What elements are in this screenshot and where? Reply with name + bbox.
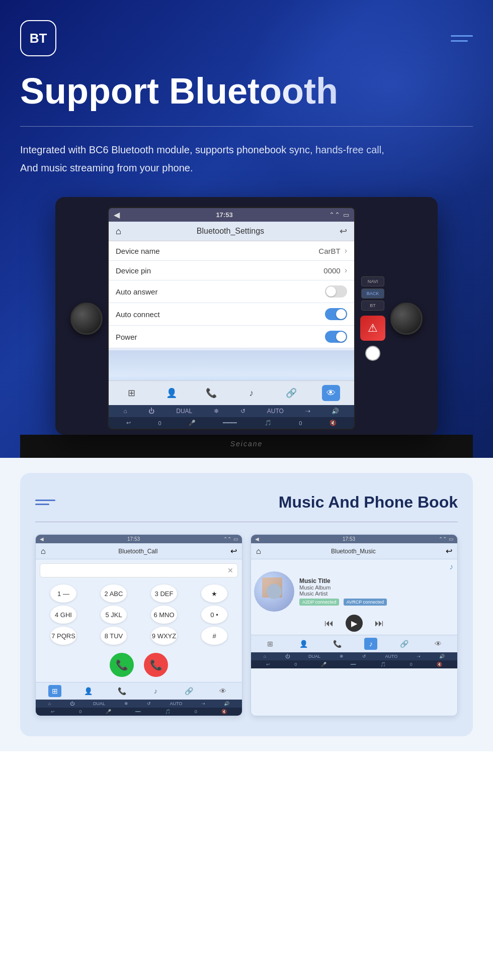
home-icon[interactable]: ⌂ (116, 226, 121, 237)
music-btn-music[interactable]: ♪ (364, 638, 377, 650)
music-note-area: ♪ (251, 559, 457, 571)
link-nav-btn[interactable]: 🔗 (282, 385, 300, 401)
eye-nav-btn[interactable]: 👁 (322, 385, 340, 401)
bt-button-hw[interactable]: BT (361, 301, 385, 311)
home-climate-icon[interactable]: ⌂ (123, 408, 127, 415)
key-8[interactable]: 8 TUV (101, 627, 127, 645)
airflow-icon[interactable]: ⇢ (305, 408, 310, 415)
user-btn-call[interactable]: 👤 (82, 685, 95, 697)
album-name: Music Album (299, 584, 454, 591)
bottom-nav: ⊞ 👤 📞 ♪ 🔗 👁 (109, 380, 354, 405)
right-knob[interactable] (390, 303, 423, 335)
back-button[interactable]: ↩ (340, 226, 347, 237)
alert-button[interactable]: ⚠ (360, 316, 385, 341)
car-unit: ◀ 17:53 ⌃⌃ ▭ ⌂ Bluetooth_Settings ↩ (55, 197, 438, 435)
user-btn-music[interactable]: 👤 (297, 638, 310, 650)
key-0[interactable]: 0 • (201, 606, 227, 624)
music-nav-btn[interactable]: ♪ (242, 385, 261, 401)
power-row[interactable]: Power (109, 326, 354, 348)
auto-answer-toggle[interactable] (325, 285, 347, 298)
left-knob[interactable] (70, 303, 103, 335)
key-2[interactable]: 2 ABC (101, 584, 127, 603)
call-home-icon[interactable]: ⌂ (41, 547, 46, 556)
grid-btn-call[interactable]: ⊞ (48, 685, 61, 697)
music-screen-title: Bluetooth_Music (331, 548, 376, 555)
device-pin-row[interactable]: Device pin 0000 › (109, 261, 354, 280)
bt-settings-header: ⌂ Bluetooth_Settings ↩ (109, 222, 354, 241)
music-controls: ⏮ ▶ ⏭ (251, 612, 457, 635)
music-back-btn[interactable]: ↩ (446, 546, 452, 556)
answer-button[interactable]: 📞 (110, 653, 134, 677)
grid-btn-music[interactable]: ⊞ (264, 638, 277, 650)
play-button[interactable]: ▶ (346, 615, 363, 632)
car-right-panel: NAVI BACK BT ⚠ (360, 276, 385, 361)
recirculate-icon[interactable]: ↺ (240, 408, 245, 415)
prev-button[interactable]: ⏮ (324, 618, 334, 629)
auto-answer-row[interactable]: Auto answer (109, 280, 354, 303)
key-7[interactable]: 7 PQRS (50, 627, 76, 645)
toggle-thumb2 (336, 309, 346, 319)
auto-connect-toggle[interactable] (325, 308, 347, 320)
back-arrow-icon[interactable]: ◀ (114, 210, 120, 220)
music-player-row: Music Title Music Album Music Artist A2D… (251, 571, 457, 612)
power-climate-icon[interactable]: ⏻ (148, 408, 154, 415)
key-4[interactable]: 4 GHI (50, 606, 76, 624)
user-nav-btn[interactable]: 👤 (162, 385, 181, 401)
device-name-row[interactable]: Device name CarBT › (109, 241, 354, 261)
auto-connect-row[interactable]: Auto connect (109, 303, 354, 326)
music-signal-icon: ⌃⌃ (439, 536, 447, 542)
key-3[interactable]: 3 DEF (151, 584, 177, 603)
back-button-hw[interactable]: BACK (361, 288, 385, 299)
call-back-btn[interactable]: ↩ (230, 546, 237, 556)
battery-icon: ▭ (343, 211, 349, 219)
key-hash[interactable]: # (201, 627, 227, 645)
call-time: 17:53 (127, 536, 140, 542)
phone-btn-call[interactable]: 📞 (116, 685, 129, 697)
call-screen: ◀ 17:53 ⌃⌃ ▭ ⌂ Bluetooth_Call ↩ ✕ (35, 534, 242, 716)
link-btn-call[interactable]: 🔗 (183, 685, 196, 697)
call-search-bar[interactable]: ✕ (40, 563, 238, 577)
key-9[interactable]: 9 WXYZ (151, 627, 177, 645)
mute-icon[interactable]: 🔇 (330, 420, 337, 426)
snowflake-icon[interactable]: ❄ (214, 408, 219, 415)
hangup-button[interactable]: 📞 (144, 653, 168, 677)
zero-left: 0 (158, 420, 161, 426)
key-star[interactable]: ★ (201, 584, 227, 603)
signal-icon: ⌃⌃ (329, 211, 340, 219)
progress-bar: ━━━━ (223, 420, 237, 426)
auto-answer-label: Auto answer (116, 287, 157, 296)
phone-nav-btn[interactable]: 📞 (202, 385, 220, 401)
menu-icon[interactable] (451, 35, 473, 42)
hero-divider (20, 126, 473, 127)
key-5[interactable]: 5 JKL (101, 606, 127, 624)
eye-btn-music[interactable]: 👁 (432, 638, 445, 650)
dual-label: DUAL (176, 408, 192, 415)
key-1[interactable]: 1 — (50, 584, 76, 603)
artist-name: Music Artist (299, 591, 454, 597)
next-button[interactable]: ⏭ (375, 618, 384, 629)
music-back-icon[interactable]: ◀ (255, 536, 259, 542)
badges: A2DP connected AVRCP connected (299, 597, 454, 606)
eye-btn-call[interactable]: 👁 (216, 685, 229, 697)
round-button[interactable] (365, 346, 380, 361)
clear-icon[interactable]: ✕ (227, 566, 233, 574)
call-bottom-nav: ⊞ 👤 📞 ♪ 🔗 👁 (36, 682, 242, 700)
call-back-icon[interactable]: ◀ (40, 536, 44, 542)
volume-icon[interactable]: 🔊 (332, 408, 339, 415)
track-name: Music Title (299, 577, 454, 584)
navi-button[interactable]: NAVI (361, 276, 385, 286)
back-ctrl-icon[interactable]: ↩ (126, 420, 131, 426)
music-time: 17:53 (343, 536, 355, 542)
device-mockup: ◀ 17:53 ⌃⌃ ▭ ⌂ Bluetooth_Settings ↩ (20, 197, 473, 435)
link-btn-music[interactable]: 🔗 (398, 638, 411, 650)
grid-nav-btn[interactable]: ⊞ (123, 385, 141, 401)
key-6[interactable]: 6 MNO (151, 606, 177, 624)
mic-icon[interactable]: 🎤 (189, 420, 196, 426)
music-home-icon[interactable]: ⌂ (256, 547, 261, 556)
phone-btn-music[interactable]: 📞 (331, 638, 344, 650)
audio-icon[interactable]: 🎵 (265, 420, 272, 426)
device-name-value: CarBT (318, 247, 340, 255)
music-btn-call[interactable]: ♪ (149, 685, 162, 697)
power-toggle[interactable] (325, 331, 347, 343)
car-buttons: NAVI BACK BT (361, 276, 385, 311)
